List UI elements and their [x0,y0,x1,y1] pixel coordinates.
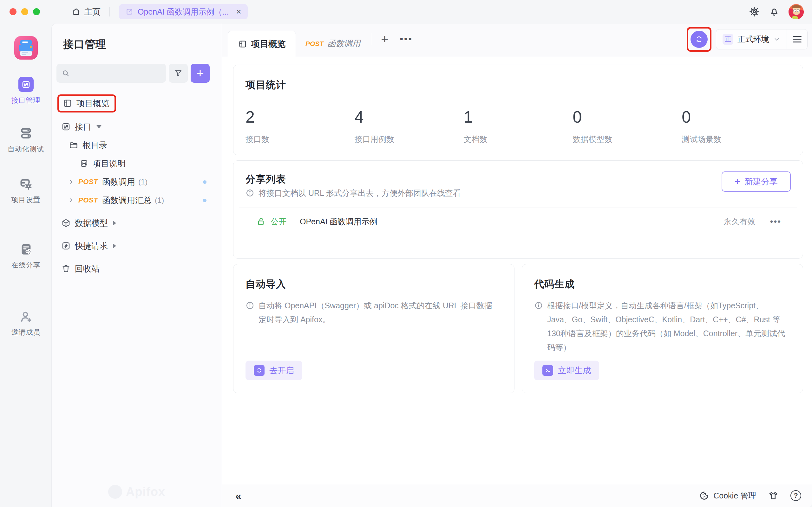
online-share-icon [19,242,33,257]
cookie-manager-button[interactable]: Cookie 管理 [699,491,756,501]
folder-icon [69,140,78,150]
lock-open-icon [256,217,266,226]
chevron-down-icon[interactable] [96,125,101,128]
tree-item-post-function-call[interactable]: POST 函数调用 (1) [52,173,222,191]
method-badge: POST [305,40,323,48]
filter-button[interactable] [169,64,188,83]
home-icon [72,7,81,16]
trash-icon [61,264,71,274]
settings-gear-icon[interactable] [749,6,760,17]
enable-auto-import-button[interactable]: 去开启 [246,360,302,380]
tree-item-quick-request[interactable]: 快捷请求 [52,237,222,255]
chevron-down-icon [773,36,780,43]
stat-doc-count: 1 文档数 [464,107,573,145]
info-icon [534,298,543,310]
search-input[interactable] [56,64,166,83]
home-button[interactable]: 主页 [72,6,101,17]
help-icon[interactable]: ? [791,490,801,501]
notifications-bell-icon[interactable] [769,6,780,17]
stats-title: 项目统计 [246,78,791,92]
item-count: (1) [138,177,148,186]
method-badge: POST [78,178,98,186]
add-button[interactable]: + [191,64,210,83]
share-more-button[interactable]: ••• [770,216,781,227]
theme-tshirt-icon[interactable] [768,491,778,501]
enable-label: 去开启 [269,365,294,376]
annotation-box-sync [687,27,711,52]
cube-icon [61,218,71,228]
zoom-window-button[interactable] [33,8,40,15]
tab-project-overview[interactable]: 项目概览 [228,31,296,57]
sync-button[interactable] [691,31,708,48]
tree-item-api-group[interactable]: 接口 [52,118,222,136]
chevron-right-icon[interactable] [68,198,74,203]
plus-icon: + [734,177,740,186]
info-icon [246,186,254,198]
app-window: 主页 OpenAI 函数调用示例（... × [0,0,812,507]
tree-item-recycle-bin[interactable]: 回收站 [52,260,222,278]
left-rail: 接口管理 自动化测试 项目设置 在线分享 邀请成员 [0,23,52,507]
sidebar-item-automated-testing[interactable]: 自动化测试 [8,126,44,154]
new-share-label: 新建分享 [745,176,778,187]
stat-label: 接口数 [246,134,355,145]
tab-close-icon[interactable]: × [236,7,241,16]
user-avatar[interactable] [789,4,804,19]
project-tab[interactable]: OpenAI 函数调用示例（... × [119,4,248,19]
panel-title: 接口管理 [63,38,222,52]
tree-item-data-model[interactable]: 数据模型 [52,214,222,232]
tree-item-label: 回收站 [75,263,100,274]
stat-api-case-count: 4 接口用例数 [355,107,464,145]
tree-item-root-folder[interactable]: 根目录 [52,136,222,154]
titlebar: 主页 OpenAI 函数调用示例（... × [0,0,812,23]
markdown-doc-icon [80,159,89,168]
new-share-button[interactable]: + 新建分享 [722,171,791,192]
chevron-right-icon[interactable] [113,243,116,248]
stat-value: 0 [681,107,791,126]
external-link-icon [125,8,134,16]
sidebar-item-invite-members[interactable]: 邀请成员 [11,309,41,337]
share-list-card: 分享列表 + 新建分享 将接口文档以 URL 形式分享出去，方便外部团队在线查看 [233,160,803,259]
info-icon [246,298,254,310]
minimize-window-button[interactable] [21,8,28,15]
auto-import-card: 自动导入 自动将 OpenAPI（Swagger）或 apiDoc 格式的在线 … [233,264,514,393]
automated-testing-icon [19,126,33,141]
environment-name: 正式环境 [738,34,769,44]
tab-label: 函数调用 [327,38,360,49]
chevron-right-icon[interactable] [68,179,74,185]
menu-hamburger-button[interactable] [787,36,807,43]
close-window-button[interactable] [9,8,16,15]
sidebar-item-label: 项目设置 [11,195,41,205]
sidebar-item-project-settings[interactable]: 项目设置 [11,177,41,205]
tab-more-button[interactable]: ••• [396,34,417,44]
project-settings-icon [19,177,33,191]
tree-item-label: 数据模型 [75,218,108,229]
project-logo[interactable] [14,36,38,60]
invite-member-icon [19,309,33,324]
item-count: (1) [155,196,164,205]
add-tab-button[interactable]: + [374,33,395,45]
stat-model-count: 0 数据模型数 [572,107,681,145]
environment-badge: 正 [722,34,733,45]
tab-post-function-call[interactable]: POST 函数调用 [296,31,370,57]
search-field[interactable] [73,69,161,78]
chevron-right-icon[interactable] [113,221,116,226]
home-label: 主页 [84,6,101,17]
environment-selector[interactable]: 正 正式环境 [716,29,808,49]
sidebar-item-online-share[interactable]: 在线分享 [11,242,41,270]
search-icon [61,69,70,77]
tree-item-project-overview[interactable]: 项目概览 [52,92,222,115]
apifox-logo-icon [108,485,122,499]
share-expiry: 永久有效 [724,216,756,227]
api-management-icon [18,77,34,92]
tree-item-project-doc[interactable]: 项目说明 [52,154,222,173]
share-list-item[interactable]: 公开 OPenAI 函数调用示例 永久有效 ••• [234,208,803,235]
tree-item-post-function-call-summary[interactable]: POST 函数调用汇总 (1) [52,191,222,210]
traffic-lights [9,8,40,15]
tree-item-label: 函数调用汇总 [102,195,152,206]
stat-test-scene-count: 0 测试场景数 [681,107,791,145]
sidebar-item-api-management[interactable]: 接口管理 [11,77,41,105]
sidebar-item-label: 接口管理 [11,96,41,105]
collapse-sidebar-button[interactable]: « [235,490,241,502]
tree-item-label: 函数调用 [102,176,135,187]
generate-now-button[interactable]: 立即生成 [534,360,599,380]
